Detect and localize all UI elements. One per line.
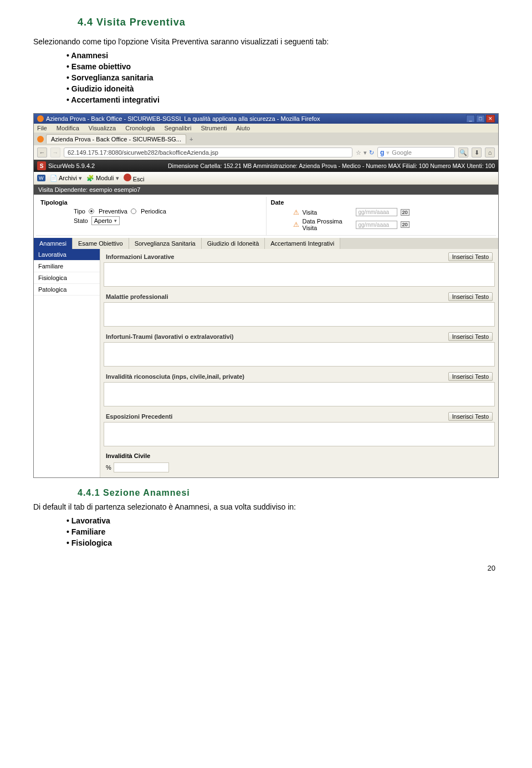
list-item: Anamnesi xyxy=(66,51,499,60)
browser-tabbar: Azienda Prova - Back Office - SICURWEB-S… xyxy=(34,133,498,145)
radio-periodica-label: Periodica xyxy=(141,208,166,215)
inserisci-testo-button[interactable]: Inserisci Testo xyxy=(448,372,493,381)
menu-view[interactable]: Visualizza xyxy=(89,125,116,131)
prossima-date-input[interactable]: gg/mm/aaaa xyxy=(356,221,397,229)
close-button[interactable]: ✕ xyxy=(486,115,495,123)
block-informazioni-lavorative-label: Informazioni Lavorative xyxy=(106,253,174,260)
browser-addressbar: ← → 62.149.175.17:8080/sicurweb282/backo… xyxy=(34,145,498,160)
reload-icon[interactable]: ↻ xyxy=(369,149,374,156)
tab-sorveglianza-sanitaria[interactable]: Sorveglianza Sanitaria xyxy=(129,238,202,249)
search-go-icon[interactable]: 🔍 xyxy=(458,148,468,157)
new-tab-button[interactable]: + xyxy=(190,136,193,143)
section-title: 4.4 Visita Preventiva xyxy=(78,17,499,28)
breadcrumb: Visita Dipendente: esempio esempio7 xyxy=(34,185,498,195)
window-title: Azienda Prova - Back Office - SICURWEB-S… xyxy=(46,115,320,122)
stato-select[interactable]: Aperto xyxy=(91,216,120,225)
tipo-label: Tipo xyxy=(74,208,85,215)
subtab-patologica[interactable]: Patologica xyxy=(34,284,100,296)
panel-date-title: Date xyxy=(271,199,492,206)
forward-button[interactable]: → xyxy=(50,148,60,157)
invalidita-civile-label: Invalidità Civile xyxy=(106,452,150,459)
list-item: Familiare xyxy=(66,527,499,536)
textarea-malattie-professionali[interactable] xyxy=(104,302,495,327)
menu-help[interactable]: Aiuto xyxy=(236,125,250,131)
calendar-icon[interactable]: 20 xyxy=(401,209,410,216)
list-item: Fisiologica xyxy=(66,538,499,547)
list-item: Giudizio idoneità xyxy=(66,84,499,93)
firefox-icon xyxy=(37,115,44,122)
warning-icon: ⚠ xyxy=(293,221,299,228)
toolbar-esci[interactable]: Esci xyxy=(124,174,145,182)
warning-icon: ⚠ xyxy=(293,208,299,216)
app-toolbar: W 📄 Archivi 🧩 Moduli Esci xyxy=(34,172,498,185)
url-input[interactable]: 62.149.175.17:8080/sicurweb282/backoffic… xyxy=(64,148,352,157)
list-item: Esame obiettivo xyxy=(66,62,499,71)
tab-accertamenti-integrativi[interactable]: Accertamenti Integrativi xyxy=(265,238,340,249)
block-invalidita-riconosciuta-label: Invalidità riconosciuta (inps, civile,in… xyxy=(106,373,244,380)
textarea-esposizioni-precedenti[interactable] xyxy=(104,422,495,446)
calendar-icon[interactable]: 20 xyxy=(401,221,410,228)
search-placeholder: Google xyxy=(392,149,411,156)
inserisci-testo-button[interactable]: Inserisci Testo xyxy=(448,332,493,341)
subtab-familiare[interactable]: Familiare xyxy=(34,261,100,272)
menu-history[interactable]: Cronologia xyxy=(125,125,155,131)
content-panel: Informazioni Lavorative Inserisci Testo … xyxy=(100,249,498,477)
menu-file[interactable]: File xyxy=(37,125,47,131)
app-status-text: Dimensione Cartella: 152.21 MB Amministr… xyxy=(168,162,495,169)
minimize-button[interactable]: _ xyxy=(466,115,475,123)
download-icon[interactable]: ⬇ xyxy=(472,148,482,157)
inserisci-testo-button[interactable]: Inserisci Testo xyxy=(448,292,493,301)
block-infortuni-traumi-label: Infortuni-Traumi (lavorativi o extralavo… xyxy=(106,333,233,340)
window-titlebar: Azienda Prova - Back Office - SICURWEB-S… xyxy=(34,114,498,124)
stato-label: Stato xyxy=(74,217,88,224)
menu-bookmarks[interactable]: Segnalibri xyxy=(164,125,191,131)
textarea-informazioni-lavorative[interactable] xyxy=(104,262,495,287)
toolbar-moduli[interactable]: 🧩 Moduli xyxy=(86,175,119,182)
subtab-list: Lavorativa Familiare Fisiologica Patolog… xyxy=(34,249,100,477)
main-tabs: Anamnesi Esame Obiettivo Sorveglianza Sa… xyxy=(34,238,498,249)
textarea-infortuni-traumi[interactable] xyxy=(104,342,495,367)
subsection-title: 4.4.1 Sezione Anamnesi xyxy=(78,488,499,498)
block-malattie-professionali-label: Malattie professionali xyxy=(106,293,168,300)
dropdown-icon[interactable]: ▾ xyxy=(364,149,367,156)
tab-giudizio-idoneita[interactable]: Giudizio di Idoneità xyxy=(202,238,265,249)
menu-tools[interactable]: Strumenti xyxy=(201,125,227,131)
list-item: Sorveglianza sanitaria xyxy=(66,73,499,82)
search-input[interactable]: g ▾ Google xyxy=(377,147,455,158)
inserisci-testo-button[interactable]: Inserisci Testo xyxy=(448,412,493,421)
back-button[interactable]: ← xyxy=(37,148,47,157)
page-number: 20 xyxy=(33,564,499,572)
toolbar-archivi[interactable]: 📄 Archivi xyxy=(50,175,83,182)
toolbar-word-icon[interactable]: W xyxy=(37,175,45,181)
visita-date-input[interactable]: gg/mm/aaaa xyxy=(356,208,397,216)
percent-label: % xyxy=(106,464,111,471)
home-icon[interactable]: ⌂ xyxy=(485,148,495,157)
google-icon: g xyxy=(380,149,384,156)
app-name: SicurWeb 5.9.4.2 xyxy=(48,162,95,169)
tab-esame-obiettivo[interactable]: Esame Obiettivo xyxy=(73,238,129,249)
outro-text: Di default il tab di partenza selezionat… xyxy=(33,501,499,513)
list-item: Lavorativa xyxy=(66,516,499,525)
tab-anamnesi[interactable]: Anamnesi xyxy=(34,238,73,249)
intro-text: Selezionando come tipo l'opzione Visita … xyxy=(33,36,499,48)
prossima-label: Data Prossima Visita xyxy=(303,218,352,231)
bullet-list-1: Anamnesi Esame obiettivo Sorveglianza sa… xyxy=(66,51,499,104)
block-esposizioni-precedenti-label: Esposizioni Precedenti xyxy=(106,413,172,420)
browser-menubar: File Modifica Visualizza Cronologia Segn… xyxy=(34,124,498,133)
bookmark-icon[interactable]: ☆ xyxy=(356,149,361,156)
radio-preventiva-label: Preventiva xyxy=(99,208,127,215)
textarea-invalidita-riconosciuta[interactable] xyxy=(104,382,495,406)
radio-preventiva[interactable] xyxy=(89,208,94,214)
tab-favicon-icon xyxy=(37,136,44,143)
maximize-button[interactable]: □ xyxy=(476,115,485,123)
subtab-lavorativa[interactable]: Lavorativa xyxy=(34,249,100,261)
invalidita-civile-input[interactable] xyxy=(114,462,169,472)
browser-tab[interactable]: Azienda Prova - Back Office - SICURWEB-S… xyxy=(46,134,186,144)
bullet-list-2: Lavorativa Familiare Fisiologica xyxy=(66,516,499,547)
subtab-fisiologica[interactable]: Fisiologica xyxy=(34,272,100,284)
visita-label: Visita xyxy=(303,209,352,216)
inserisci-testo-button[interactable]: Inserisci Testo xyxy=(448,252,493,261)
radio-periodica[interactable] xyxy=(131,208,136,214)
screenshot-window: Azienda Prova - Back Office - SICURWEB-S… xyxy=(33,113,499,478)
menu-edit[interactable]: Modifica xyxy=(57,125,79,131)
